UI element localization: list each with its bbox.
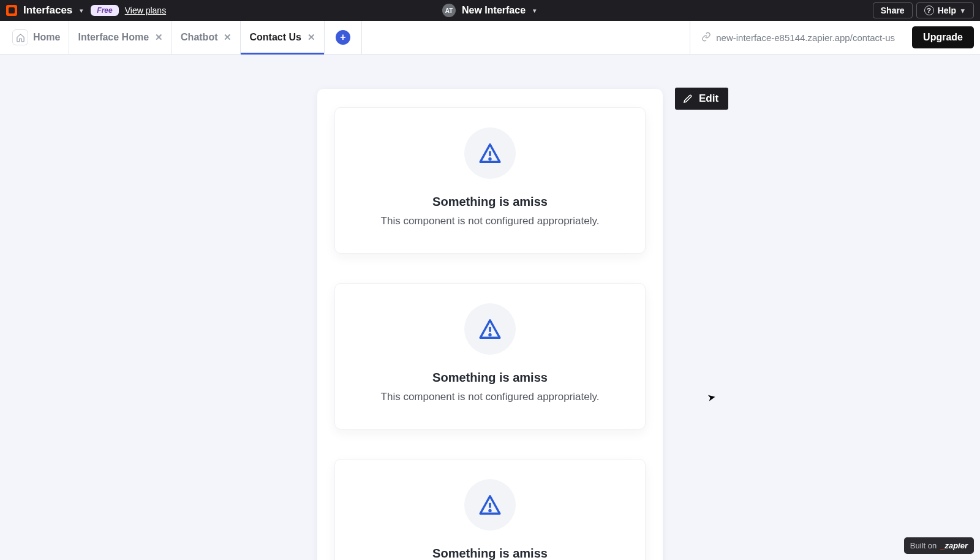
top-header: Interfaces ▾ Free View plans AT New Inte… [0,0,980,21]
warning-icon [464,127,516,179]
warning-icon [464,303,516,355]
edit-label: Edit [699,93,718,105]
edit-button[interactable]: Edit [675,88,728,110]
canvas-inner: Edit Something is amiss This component i… [317,89,663,560]
share-button[interactable]: Share [873,2,913,18]
tab-chatbot[interactable]: Chatbot ✕ [172,21,241,54]
tab-bar: Home Interface Home ✕ Chatbot ✕ Contact … [0,21,980,55]
header-center: AT New Interface ▾ [442,4,538,17]
error-desc: This component is not configured appropr… [347,391,633,403]
warning-icon [464,479,516,531]
view-plans-link[interactable]: View plans [125,6,166,15]
upgrade-button[interactable]: Upgrade [912,26,974,48]
close-icon[interactable]: ✕ [155,32,163,43]
header-left: Interfaces ▾ Free View plans [6,4,442,17]
project-name[interactable]: New Interface [462,5,526,16]
free-badge: Free [91,5,118,16]
component-card[interactable]: Something is amiss This component is not… [334,459,646,560]
help-label: Help [938,6,956,15]
chevron-down-icon[interactable]: ▾ [532,7,538,15]
close-icon[interactable]: ✕ [224,32,232,43]
home-icon [12,29,28,45]
built-on-badge[interactable]: Built on _zapier [904,537,974,554]
zapier-logo-icon [6,5,17,16]
pencil-icon [682,93,693,104]
component-card[interactable]: Something is amiss This component is not… [334,283,646,429]
close-icon[interactable]: ✕ [307,32,315,43]
error-title: Something is amiss [347,195,633,209]
built-on-label: Built on [910,541,937,550]
link-icon [701,32,711,44]
error-desc: This component is not configured appropr… [347,215,633,227]
add-tab-button[interactable]: + [336,30,350,45]
zapier-wordmark: _zapier [940,541,968,550]
tab-home-label: Home [33,32,60,43]
brand-title[interactable]: Interfaces [23,4,72,17]
chevron-down-icon[interactable]: ▾ [78,7,85,15]
page-url[interactable]: new-interface-e85144.zapier.app/contact-… [690,21,906,54]
chevron-down-icon: ▾ [960,7,966,15]
svg-point-3 [489,335,491,336]
error-title: Something is amiss [347,371,633,385]
tab-spacer [362,21,690,54]
page-url-text: new-interface-e85144.zapier.app/contact-… [716,32,895,43]
tab-label: Interface Home [78,32,149,43]
component-card[interactable]: Something is amiss This component is not… [334,107,646,254]
tab-label: Contact Us [249,32,301,43]
page-card: Something is amiss This component is not… [317,89,663,560]
tab-interface-home[interactable]: Interface Home ✕ [69,21,172,54]
error-title: Something is amiss [347,547,633,560]
avatar[interactable]: AT [442,4,456,17]
svg-point-5 [489,510,491,512]
canvas: Edit Something is amiss This component i… [0,55,980,560]
tab-add: + [325,21,362,54]
tab-home[interactable]: Home [4,21,69,54]
help-icon: ? [924,6,934,15]
share-label: Share [881,6,905,15]
help-button[interactable]: ? Help ▾ [916,2,974,18]
svg-point-1 [489,159,491,160]
tab-label: Chatbot [181,32,217,43]
tab-contact-us[interactable]: Contact Us ✕ [241,21,324,54]
header-right: Share ? Help ▾ [538,2,974,18]
